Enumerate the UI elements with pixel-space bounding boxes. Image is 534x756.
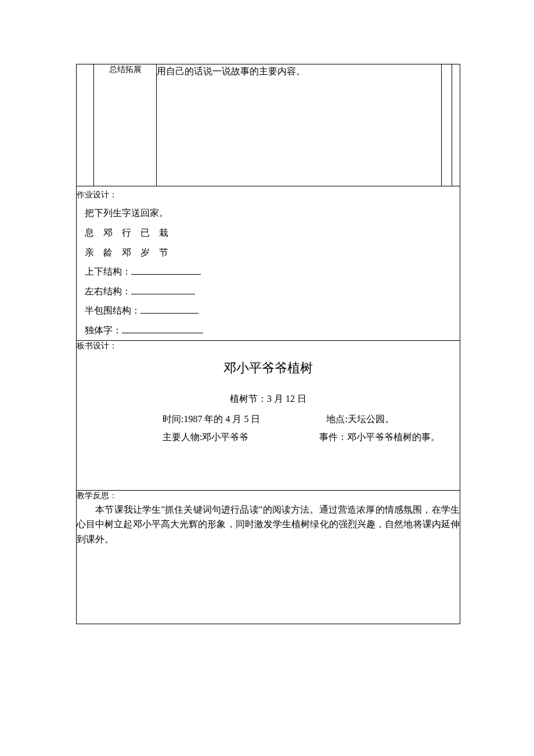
char-line-2: 亲 龄 邓 岁 节: [85, 243, 460, 262]
struct-single: 独体字：: [85, 321, 460, 340]
struct2-label: 左右结构：: [85, 286, 131, 296]
reflection-label: 教学反思：: [77, 491, 460, 501]
blank-line-2: [131, 285, 195, 294]
left-margin-cell: [77, 64, 94, 186]
person-label: 主要人物:: [163, 432, 202, 442]
struct3-label: 半包围结构：: [85, 305, 140, 315]
spacer-cell-1: [442, 64, 452, 186]
char-line-1: 息 邓 行 已 栽: [85, 223, 460, 243]
struct-left-right: 左右结构：: [85, 282, 460, 301]
time-label: 时间:: [163, 414, 183, 424]
board-design-cell: 板书设计： 邓小平爷爷植树 植树节：3 月 12 日 时间:1987 年的 4 …: [77, 340, 460, 490]
board-label: 板书设计：: [77, 341, 460, 351]
reflection-row: 教学反思： 本节课我让学生"抓住关键词句进行品读"的阅读方法。通过营造浓厚的情感…: [77, 490, 460, 624]
homework-cell: 作业设计： 把下列生字送回家。 息 邓 行 已 栽 亲 龄 邓 岁 节 上下结构…: [77, 186, 460, 341]
lesson-plan-table: 总结拓展 用自己的话说一说故事的主要内容。 作业设计： 把下列生字送回家。 息 …: [76, 64, 460, 624]
place-label: 地点:: [326, 414, 347, 424]
document-page: 总结拓展 用自己的话说一说故事的主要内容。 作业设计： 把下列生字送回家。 息 …: [76, 64, 460, 624]
board-line-time-place: 时间:1987 年的 4 月 5 日 地点:天坛公园。: [77, 413, 460, 426]
board-line-person-event: 主要人物:邓小平爷爷 事件：邓小平爷爷植树的事。: [77, 431, 460, 444]
struct4-label: 独体字：: [85, 325, 122, 335]
spacer-cell-2: [452, 64, 460, 186]
place-value: 天坛公园。: [348, 414, 394, 424]
homework-instruction: 把下列生字送回家。: [85, 203, 460, 223]
struct-half-enclosed: 半包围结构：: [85, 301, 460, 321]
board-subtitle: 植树节：3 月 12 日: [77, 393, 460, 405]
blank-line-3: [140, 304, 199, 314]
reflection-body: 本节课我让学生"抓住关键词句进行品读"的阅读方法。通过营造浓厚的情感氛围，在学生…: [77, 502, 460, 547]
summary-row: 总结拓展 用自己的话说一说故事的主要内容。: [77, 64, 460, 186]
summary-content: 用自己的话说一说故事的主要内容。: [157, 66, 305, 76]
time-value: 1987 年的 4 月 5 日: [183, 414, 260, 424]
event-label: 事件：: [319, 432, 347, 442]
struct-top-bottom: 上下结构：: [85, 262, 460, 282]
summary-label: 总结拓展: [109, 65, 142, 74]
summary-label-cell: 总结拓展: [94, 64, 157, 186]
summary-content-cell: 用自己的话说一说故事的主要内容。: [157, 64, 442, 186]
reflection-cell: 教学反思： 本节课我让学生"抓住关键词句进行品读"的阅读方法。通过营造浓厚的情感…: [77, 490, 460, 624]
blank-line-1: [131, 265, 201, 275]
board-title: 邓小平爷爷植树: [77, 359, 460, 377]
homework-row: 作业设计： 把下列生字送回家。 息 邓 行 已 栽 亲 龄 邓 岁 节 上下结构…: [77, 186, 460, 341]
board-design-row: 板书设计： 邓小平爷爷植树 植树节：3 月 12 日 时间:1987 年的 4 …: [77, 340, 460, 490]
event-value: 邓小平爷爷植树的事。: [347, 432, 440, 442]
reflection-text: 本节课我让学生"抓住关键词句进行品读"的阅读方法。通过营造浓厚的情感氛围，在学生…: [77, 505, 460, 544]
homework-label: 作业设计：: [77, 186, 460, 203]
blank-line-4: [122, 324, 203, 333]
person-value: 邓小平爷爷: [202, 432, 248, 442]
struct1-label: 上下结构：: [85, 267, 131, 276]
